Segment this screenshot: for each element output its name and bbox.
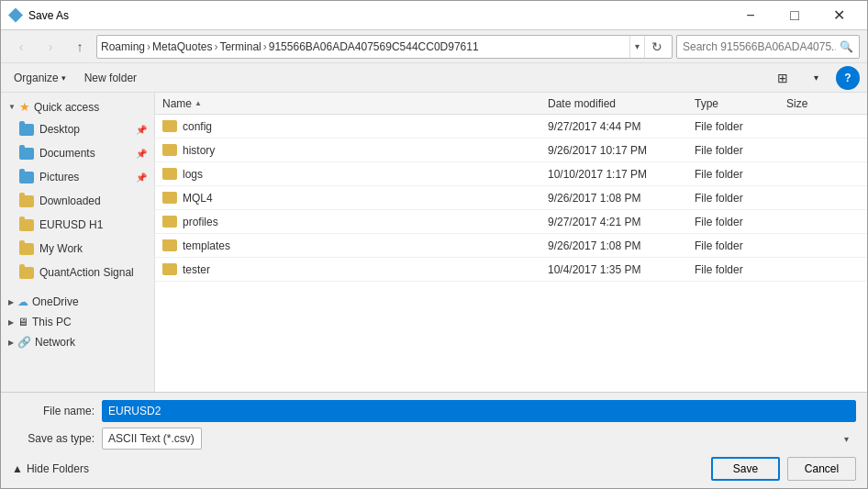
up-button[interactable]: ↑ [67,35,93,59]
view-button[interactable]: ⊞ [770,67,796,89]
refresh-button[interactable]: ↻ [644,35,668,59]
sidebar-item-downloaded[interactable]: Downloaded [1,189,154,213]
breadcrumb: Roaming › MetaQuotes › Terminal › 915566… [101,40,629,53]
search-bar[interactable]: 🔍 [676,35,860,59]
sidebar-item-documents[interactable]: Documents 📌 [1,141,154,165]
organize-chevron: ▾ [61,73,66,83]
table-row[interactable]: tester 10/4/2017 1:35 PM File folder [155,258,867,282]
organize-button[interactable]: Organize ▾ [8,67,72,89]
hide-folders-icon: ▲ [12,462,23,475]
search-input[interactable] [683,40,836,53]
file-date: 9/27/2017 4:21 PM [548,216,695,228]
address-bar[interactable]: Roaming › MetaQuotes › Terminal › 915566… [96,35,673,59]
folder-icon [162,168,177,180]
table-row[interactable]: history 9/26/2017 10:17 PM File folder [155,139,867,162]
sidebar-quick-access-header[interactable]: ▼ ★ Quick access [1,96,154,117]
quantaction-label: QuantAction Signal [39,266,134,279]
save-label: Save [733,462,758,475]
new-folder-button[interactable]: New folder [79,67,142,89]
table-row[interactable]: profiles 9/27/2017 4:21 PM File folder [155,210,867,234]
saveastype-select[interactable]: ASCII Text (*.csv) CSV (*.csv) All Files… [102,428,202,450]
thispc-chevron: ▶ [8,318,14,327]
file-name-cell: logs [162,168,548,181]
file-list-header: Name ▲ Date modified Type Size [155,93,867,115]
sidebar-thispc-header[interactable]: ▶ 🖥 This PC [1,312,154,332]
sidebar-item-desktop[interactable]: Desktop 📌 [1,117,154,141]
view-dropdown-button[interactable]: ▾ [803,67,829,89]
downloaded-label: Downloaded [39,194,101,207]
hide-folders-button[interactable]: ▲ Hide Folders [12,462,89,475]
cancel-button[interactable]: Cancel [787,457,856,481]
file-date: 9/27/2017 4:44 PM [548,120,695,133]
address-dropdown-button[interactable]: ▾ [629,35,644,59]
documents-label: Documents [39,147,95,160]
file-list: Name ▲ Date modified Type Size config [155,93,867,392]
maximize-button[interactable]: □ [773,1,816,30]
file-type: File folder [695,263,786,276]
quick-access-chevron: ▼ [8,103,16,111]
back-button[interactable]: ‹ [8,35,34,59]
col-header-size[interactable]: Size [786,97,860,110]
sidebar-onedrive-header[interactable]: ▶ ☁ OneDrive [1,292,154,312]
cancel-label: Cancel [805,462,839,475]
onedrive-label: OneDrive [32,295,79,308]
onedrive-chevron: ▶ [8,298,14,306]
sidebar-item-eurusd[interactable]: EURUSD H1 [1,213,154,237]
eurusd-label: EURUSD H1 [39,218,103,231]
file-type: File folder [695,120,786,133]
folder-icon [162,239,177,251]
table-row[interactable]: logs 10/10/2017 1:17 PM File folder [155,162,867,186]
filename-row: File name: [12,400,856,422]
folder-icon [162,192,177,204]
close-button[interactable]: ✕ [818,1,860,30]
table-row[interactable]: templates 9/26/2017 1:08 PM File folder [155,234,867,258]
col-header-type[interactable]: Type [695,97,786,110]
organize-label: Organize [14,72,59,84]
minimize-button[interactable]: − [729,1,772,30]
file-name: MQL4 [183,192,213,205]
sidebar-item-quantaction[interactable]: QuantAction Signal [1,261,154,284]
sidebar-item-pictures[interactable]: Pictures 📌 [1,165,154,189]
navigation-toolbar: ‹ › ↑ Roaming › MetaQuotes › Terminal › … [1,30,867,63]
desktop-label: Desktop [39,123,80,136]
sidebar-network-header[interactable]: ▶ 🔗 Network [1,332,154,352]
help-button[interactable]: ? [836,66,860,90]
mywork-icon [19,241,34,256]
desktop-icon [19,122,34,137]
saveastype-wrapper: ASCII Text (*.csv) CSV (*.csv) All Files… [102,428,856,450]
file-date: 9/26/2017 1:08 PM [548,239,695,252]
file-type: File folder [695,239,786,252]
dialog-title: Save As [28,9,729,22]
file-name-cell: MQL4 [162,192,548,205]
sidebar-item-mywork[interactable]: My Work [1,237,154,261]
file-date: 9/26/2017 1:08 PM [548,192,695,205]
button-row: ▲ Hide Folders Save Cancel [12,457,856,481]
table-row[interactable]: MQL4 9/26/2017 1:08 PM File folder [155,186,867,210]
desktop-pin: 📌 [136,125,147,135]
pictures-pin: 📌 [136,172,147,183]
file-name-cell: templates [162,239,548,252]
onedrive-icon: ☁ [17,295,28,308]
file-type: File folder [695,144,786,157]
eurusd-icon [19,217,34,232]
file-date: 10/10/2017 1:17 PM [548,168,695,181]
documents-icon [19,146,34,161]
sidebar: ▼ ★ Quick access Desktop 📌 Document [1,93,155,392]
folder-icon [162,263,177,275]
help-label: ? [844,72,851,84]
downloaded-icon [19,194,34,208]
network-label: Network [35,336,75,349]
file-type: File folder [695,168,786,181]
file-name-cell: history [162,144,548,157]
filename-input[interactable] [102,400,856,422]
table-row[interactable]: config 9/27/2017 4:44 PM File folder [155,115,867,139]
file-name: profiles [183,216,218,228]
col-header-name[interactable]: Name ▲ [162,97,548,110]
save-button[interactable]: Save [711,457,780,481]
bc-terminal: Terminal [219,40,261,53]
file-type: File folder [695,216,786,228]
forward-button[interactable]: › [38,35,63,59]
file-name: history [183,144,215,157]
network-chevron: ▶ [8,339,14,347]
col-header-date[interactable]: Date modified [548,97,695,110]
